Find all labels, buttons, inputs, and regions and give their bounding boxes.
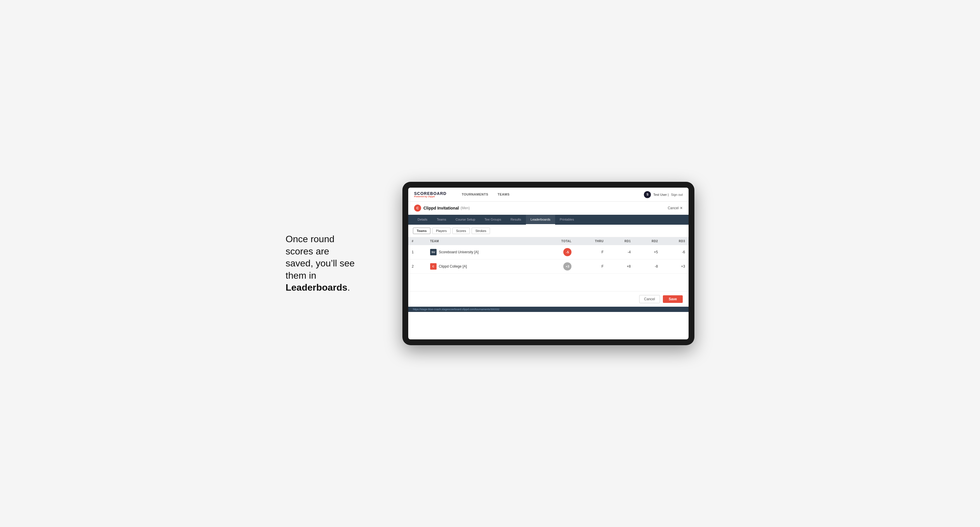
sub-tabs: Details Teams Course Setup Tee Groups Re…	[408, 215, 689, 225]
team-name-2: Clippd College [A]	[439, 264, 467, 268]
top-nav: SCOREBOARD Powered by clippd TOURNAMENTS…	[408, 187, 689, 202]
powered-by-text: Powered by clippd	[414, 195, 447, 198]
cancel-header-button[interactable]: Cancel ✕	[668, 206, 683, 210]
row2-team: C Clippd College [A]	[426, 259, 540, 274]
tab-course-setup[interactable]: Course Setup	[451, 215, 480, 225]
col-rd2: RD2	[634, 237, 662, 245]
tab-tee-groups[interactable]: Tee Groups	[480, 215, 506, 225]
tournament-icon: C	[414, 205, 421, 211]
row1-rd2: +5	[634, 245, 662, 259]
team-logo-1: SU	[430, 249, 437, 256]
row2-rd1: +8	[607, 259, 634, 274]
col-team: TEAM	[426, 237, 540, 245]
tab-results[interactable]: Results	[506, 215, 526, 225]
tablet-screen: SCOREBOARD Powered by clippd TOURNAMENTS…	[408, 187, 689, 340]
col-rd1: RD1	[607, 237, 634, 245]
tournament-subtitle: (Men)	[460, 206, 469, 210]
row1-rd1: -4	[607, 245, 634, 259]
col-rank: #	[408, 237, 426, 245]
team-cell-1: SU Scoreboard University [A]	[430, 249, 536, 256]
user-name: Test User |	[653, 193, 668, 196]
user-area: S Test User | Sign out	[644, 191, 683, 198]
status-url: https://stage-blue-coach.stagescoerboard…	[413, 308, 500, 311]
close-icon: ✕	[680, 206, 683, 210]
team-cell-2: C Clippd College [A]	[430, 263, 536, 270]
filter-bar: Teams Players Scores Strokes	[408, 225, 689, 237]
row2-rd3: +3	[662, 259, 689, 274]
user-avatar: S	[644, 191, 651, 198]
page-footer: Cancel Save	[408, 291, 689, 307]
row1-rd3: -6	[662, 245, 689, 259]
row1-thru: F	[575, 245, 607, 259]
row1-team: SU Scoreboard University [A]	[426, 245, 540, 259]
logo-area: SCOREBOARD Powered by clippd	[414, 191, 447, 198]
filter-players-button[interactable]: Players	[432, 228, 450, 234]
team-name-1: Scoreboard University [A]	[439, 250, 479, 254]
save-button[interactable]: Save	[663, 295, 683, 303]
score-badge-2: +3	[563, 262, 571, 270]
sign-out-link[interactable]: Sign out	[671, 193, 683, 196]
left-description: Once round scores are saved, you’ll see …	[286, 233, 379, 294]
row2-thru: F	[575, 259, 607, 274]
tablet-device: SCOREBOARD Powered by clippd TOURNAMENTS…	[402, 182, 694, 345]
status-bar: https://stage-blue-coach.stagescoerboard…	[408, 307, 689, 312]
cancel-button[interactable]: Cancel	[639, 295, 660, 303]
filter-scores-button[interactable]: Scores	[452, 228, 470, 234]
tournament-header: C Clippd Invitational (Men) Cancel ✕	[408, 202, 689, 215]
tab-leaderboards[interactable]: Leaderboards	[526, 215, 555, 225]
team-logo-2: C	[430, 263, 437, 270]
col-rd3: RD3	[662, 237, 689, 245]
col-thru: THRU	[575, 237, 607, 245]
row2-rd2: -8	[634, 259, 662, 274]
leaderboard-table: # TEAM TOTAL THRU RD1 RD2 RD3 1	[408, 237, 689, 274]
filter-strokes-button[interactable]: Strokes	[472, 228, 490, 234]
tab-teams[interactable]: Teams	[432, 215, 451, 225]
row2-total: +3	[540, 259, 575, 274]
logo-text: SCOREBOARD	[414, 191, 447, 195]
tournament-title: Clippd Invitational	[423, 206, 459, 210]
table-header-row: # TEAM TOTAL THRU RD1 RD2 RD3	[408, 237, 689, 245]
nav-links: TOURNAMENTS TEAMS	[457, 187, 637, 202]
row1-total: -5	[540, 245, 575, 259]
tab-details[interactable]: Details	[413, 215, 432, 225]
filter-teams-button[interactable]: Teams	[413, 228, 430, 234]
row2-rank: 2	[408, 259, 426, 274]
nav-tournaments[interactable]: TOURNAMENTS	[457, 187, 493, 202]
page-wrapper: Once round scores are saved, you’ll see …	[286, 182, 694, 345]
tab-printables[interactable]: Printables	[555, 215, 579, 225]
table-row: 1 SU Scoreboard University [A] -5 F -4	[408, 245, 689, 259]
score-badge-1: -5	[563, 248, 571, 256]
table-row: 2 C Clippd College [A] +3 F +8 -8	[408, 259, 689, 274]
col-total: TOTAL	[540, 237, 575, 245]
row1-rank: 1	[408, 245, 426, 259]
nav-teams[interactable]: TEAMS	[493, 187, 514, 202]
